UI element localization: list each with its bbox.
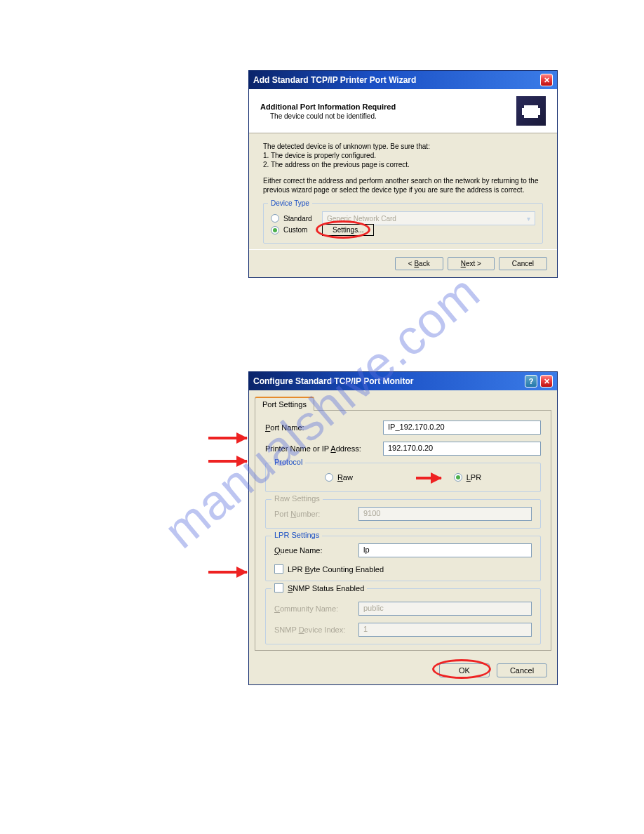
add-port-wizard-dialog: Add Standard TCP/IP Printer Port Wizard … (248, 70, 558, 278)
snmp-status-checkbox[interactable] (274, 583, 283, 593)
arrow-annotation (416, 477, 441, 479)
chevron-down-icon: ▾ (527, 215, 530, 223)
close-icon[interactable]: ✕ (540, 375, 553, 388)
ok-button[interactable]: OK (439, 663, 490, 677)
printer-icon (516, 96, 546, 126)
port-name-input[interactable]: IP_192.170.0.20 (383, 421, 541, 435)
protocol-legend: Protocol (271, 458, 305, 466)
community-name-label: Community Name: (274, 604, 358, 613)
body-text: Either correct the address and perform a… (263, 176, 543, 194)
device-dropdown: Generic Network Card ▾ (322, 211, 535, 225)
port-number-input: 9100 (358, 507, 532, 521)
wizard-buttons: < Back Next > Cancel (249, 249, 557, 277)
body-text: The detected device is of unknown type. … (263, 143, 430, 150)
wizard-header: Additional Port Information Required The… (249, 89, 557, 133)
arrow-annotation (208, 571, 247, 574)
dialog-buttons: OK Cancel (249, 656, 557, 684)
snmp-index-input: 1 (358, 623, 532, 637)
raw-legend: Raw Settings (271, 494, 323, 503)
raw-radio[interactable] (325, 473, 333, 482)
arrow-annotation (208, 460, 247, 463)
standard-radio-label: Standard (283, 215, 322, 223)
header-title: Additional Port Information Required (260, 102, 516, 111)
configure-port-dialog: Configure Standard TCP/IP Port Monitor ?… (248, 371, 558, 685)
lpr-legend: LPR Settings (271, 531, 322, 539)
standard-radio[interactable] (271, 214, 279, 223)
device-type-legend: Device Type (268, 199, 312, 207)
custom-radio-label: Custom (283, 226, 322, 234)
back-button[interactable]: < Back (395, 257, 443, 270)
header-subtitle: The device could not be identified. (270, 112, 516, 120)
lpr-byte-counting-checkbox[interactable] (274, 564, 283, 574)
dropdown-value: Generic Network Card (327, 215, 396, 223)
arrow-annotation (208, 437, 247, 439)
protocol-group: Protocol Raw LPR (265, 463, 541, 492)
help-icon[interactable]: ? (525, 375, 537, 388)
raw-settings-group: Raw Settings Port Number: 9100 (265, 499, 541, 529)
lpr-byte-counting-label: LPR Byte Counting Enabled (288, 565, 384, 574)
body-text: 1. The device is properly configured. (263, 152, 376, 159)
printer-name-label: Printer Name or IP Address: (265, 444, 383, 453)
queue-name-input[interactable]: lp (358, 543, 532, 557)
lpr-radio[interactable] (454, 473, 462, 482)
next-button[interactable]: Next > (448, 257, 495, 270)
snmp-index-label: SNMP Device Index: (274, 626, 358, 634)
body-text: 2. The address on the previous page is c… (263, 161, 410, 168)
queue-name-label: Queue Name: (274, 546, 358, 555)
wizard-body: The detected device is of unknown type. … (249, 133, 557, 249)
printer-name-input[interactable]: 192.170.0.20 (383, 442, 541, 456)
dialog-title: Configure Standard TCP/IP Port Monitor (253, 376, 413, 386)
device-type-group: Device Type Standard Generic Network Car… (263, 203, 543, 244)
raw-radio-label: Raw (337, 473, 353, 482)
snmp-status-label: SNMP Status Enabled (288, 584, 364, 593)
lpr-radio-label: LPR (467, 473, 481, 482)
titlebar: Configure Standard TCP/IP Port Monitor ?… (249, 372, 557, 390)
close-icon[interactable]: ✕ (540, 74, 553, 86)
community-name-input: public (358, 602, 532, 616)
port-name-label: Port Name: (265, 423, 383, 432)
dialog-title: Add Standard TCP/IP Printer Port Wizard (253, 75, 416, 85)
tab-content: Port Name: IP_192.170.0.20 Printer Name … (255, 410, 551, 651)
cancel-button[interactable]: Cancel (497, 663, 547, 677)
settings-button[interactable]: Settings... (322, 224, 374, 236)
cancel-button[interactable]: Cancel (499, 257, 547, 270)
snmp-group: SNMP Status Enabled Community Name: publ… (265, 588, 541, 644)
titlebar: Add Standard TCP/IP Printer Port Wizard … (249, 71, 557, 89)
custom-radio[interactable] (271, 226, 279, 234)
lpr-settings-group: LPR Settings Queue Name: lp LPR Byte Cou… (265, 536, 541, 581)
tab-port-settings[interactable]: Port Settings (255, 397, 314, 411)
port-number-label: Port Number: (274, 510, 358, 518)
